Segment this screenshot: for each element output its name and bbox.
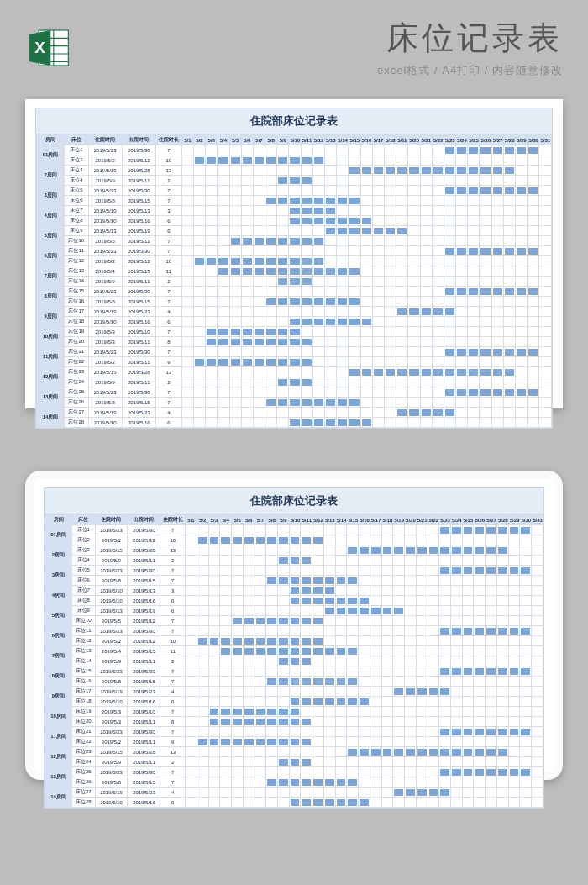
gantt-cell-empty [456, 398, 468, 408]
gantt-cell-empty [301, 626, 312, 636]
gantt-cell-filled [468, 246, 480, 256]
gantt-cell-empty [384, 206, 396, 216]
gantt-cell-filled [347, 596, 359, 606]
gantt-cell-empty [193, 145, 205, 155]
gantt-cell-filled [323, 646, 335, 656]
gantt-cell-filled [301, 357, 312, 367]
gantt-cell-empty [220, 788, 232, 798]
gantt-cell-empty [381, 697, 393, 707]
gantt-cell-empty [360, 287, 372, 297]
gantt-cell-empty [405, 737, 417, 747]
gantt-cell-filled [312, 317, 324, 327]
gantt-cell-empty [384, 408, 396, 418]
gantt-cell-empty [451, 777, 463, 788]
gantt-cell-empty [186, 566, 197, 576]
gantt-cell-empty [528, 196, 539, 206]
gantt-cell-empty [416, 566, 428, 576]
gantt-cell-empty [197, 788, 208, 798]
gantt-cell-empty [532, 556, 543, 566]
gantt-cell-empty [266, 656, 278, 666]
days-cell: 7 [160, 566, 186, 576]
days-cell: 7 [155, 145, 181, 155]
gantt-cell-empty [323, 757, 335, 767]
gantt-cell-empty [508, 697, 520, 707]
gantt-cell-filled [520, 767, 532, 777]
gantt-cell-empty [420, 145, 432, 155]
gantt-cell-empty [372, 256, 384, 266]
gantt-cell-filled [405, 545, 417, 556]
gantt-cell-empty [229, 287, 241, 297]
excel-icon: X [25, 24, 72, 71]
gantt-cell-empty [439, 707, 451, 717]
gantt-cell-filled [301, 798, 312, 808]
discharge-cell: 2019/5/11 [128, 757, 160, 767]
gantt-cell-filled [289, 697, 301, 707]
table-row: 床位102019/5/52019/5/127 [45, 616, 543, 626]
gantt-cell-filled [220, 535, 232, 545]
gantt-cell-filled [312, 297, 324, 307]
gantt-cell-filled [266, 777, 278, 788]
table-row: 6房间床位112019/5/232019/5/307 [37, 246, 552, 256]
gantt-cell-filled [462, 626, 474, 636]
gantt-cell-filled [381, 545, 393, 556]
gantt-cell-empty [496, 697, 508, 707]
gantt-cell-empty [428, 576, 439, 586]
gantt-cell-empty [349, 186, 360, 196]
gantt-cell-empty [451, 788, 463, 798]
gantt-cell-empty [384, 297, 396, 307]
gantt-cell-empty [451, 606, 463, 616]
gantt-cell-empty [508, 545, 520, 556]
gantt-cell-empty [349, 307, 360, 317]
gantt-cell-filled [220, 707, 232, 717]
gantt-cell-empty [432, 317, 444, 327]
gantt-cell-filled [241, 266, 253, 277]
gantt-cell-filled [265, 256, 277, 266]
gantt-cell-filled [491, 145, 503, 155]
gantt-cell-empty [229, 387, 241, 398]
gantt-cell-filled [241, 256, 253, 266]
gantt-cell-empty [539, 367, 552, 377]
days-cell: 7 [155, 327, 181, 337]
gantt-cell-empty [323, 636, 335, 646]
gantt-cell-empty [384, 398, 396, 408]
gantt-cell-filled [420, 307, 432, 317]
gantt-cell-empty [218, 176, 229, 186]
col-day: 5/16 [359, 515, 370, 525]
gantt-cell-empty [206, 246, 218, 256]
gantt-cell-empty [393, 535, 405, 545]
gantt-cell-filled [208, 737, 220, 747]
gantt-cell-filled [301, 556, 312, 566]
gantt-cell-empty [220, 586, 232, 596]
gantt-cell-empty [396, 206, 408, 216]
gantt-cell-filled [323, 596, 335, 606]
gantt-cell-empty [197, 798, 208, 808]
gantt-cell-empty [277, 387, 289, 398]
gantt-cell-filled [503, 145, 515, 155]
gantt-cell-filled [468, 186, 480, 196]
days-cell: 13 [155, 367, 181, 377]
gantt-cell-filled [301, 196, 312, 206]
gantt-cell-empty [532, 767, 543, 777]
days-cell: 2 [155, 277, 181, 287]
bed-cell: 床位26 [72, 777, 95, 788]
admit-cell: 2019/5/19 [88, 408, 122, 418]
gantt-cell-filled [456, 246, 468, 256]
col-day: 5/19 [393, 515, 405, 525]
gantt-cell-empty [503, 418, 515, 428]
gantt-cell-empty [181, 377, 193, 387]
gantt-cell-empty [241, 287, 253, 297]
bed-cell: 床位5 [72, 566, 95, 576]
gantt-cell-filled [462, 727, 474, 737]
gantt-cell-empty [474, 576, 486, 586]
gantt-cell-empty [420, 327, 432, 337]
gantt-cell-empty [503, 196, 515, 206]
gantt-cell-empty [229, 145, 241, 155]
gantt-cell-filled [301, 677, 312, 687]
gantt-cell-empty [480, 176, 491, 186]
gantt-cell-empty [349, 155, 360, 166]
gantt-cell-empty [420, 277, 432, 287]
gantt-cell-empty [420, 216, 432, 226]
days-cell: 6 [155, 418, 181, 428]
gantt-cell-filled [301, 596, 312, 606]
gantt-cell-empty [381, 666, 393, 677]
